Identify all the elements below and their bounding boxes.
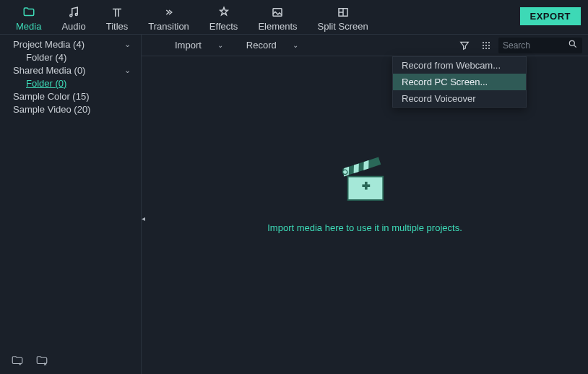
content-toolbar: Import ⌄ Record ⌄ (142, 35, 588, 56)
tab-titles[interactable]: Titles (96, 4, 139, 36)
tree-label: Shared Media (0) (13, 65, 85, 76)
svg-point-9 (488, 44, 490, 45)
effects-icon (217, 6, 230, 19)
svg-point-0 (70, 14, 72, 17)
tree-label: Project Media (4) (13, 39, 85, 50)
music-icon (67, 6, 80, 19)
tree-item-shared-media[interactable]: Shared Media (0) ⌄ (0, 64, 141, 77)
tab-label: Audio (61, 21, 85, 32)
search-icon (568, 39, 578, 51)
record-label: Record (246, 40, 277, 51)
image-icon (271, 6, 284, 19)
tree-item-sample-color[interactable]: Sample Color (15) (0, 90, 141, 103)
tab-transition[interactable]: Transition (138, 4, 199, 36)
tab-label: Split Screen (318, 21, 368, 32)
tab-label: Transition (148, 21, 189, 32)
tree-label: Sample Video (20) (13, 104, 90, 115)
sidebar: Project Media (4) ⌄ Folder (4) Shared Me… (0, 35, 142, 374)
content-panel: Import ⌄ Record ⌄ Record from Web (142, 35, 588, 374)
clapperboard-icon (339, 155, 391, 206)
svg-point-8 (485, 44, 487, 45)
main-area: Project Media (4) ⌄ Folder (4) Shared Me… (0, 35, 588, 374)
remove-folder-icon[interactable] (35, 354, 49, 367)
add-folder-icon[interactable] (10, 354, 25, 367)
svg-point-13 (569, 40, 574, 45)
svg-point-12 (488, 47, 490, 48)
record-button[interactable]: Record ⌄ (236, 37, 308, 53)
tree-item-folder-0[interactable]: Folder (0) (0, 77, 141, 90)
chevron-down-icon: ⌄ (217, 41, 223, 49)
search-box[interactable] (498, 38, 582, 53)
import-label: Import (175, 40, 202, 51)
export-button[interactable]: EXPORT (520, 7, 581, 25)
tree-label: Sample Color (15) (13, 91, 90, 102)
tab-effects[interactable]: Effects (199, 4, 248, 36)
tree-item-folder-4[interactable]: Folder (4) (0, 51, 141, 64)
svg-point-11 (485, 47, 487, 48)
empty-state-text: Import media here to use it in multiple … (267, 222, 462, 233)
sidebar-bottom-toolbar (0, 347, 141, 374)
record-dropdown-menu: Record from Webcam... Record PC Screen..… (392, 56, 527, 108)
top-tabs: Media Audio Titles Transition Effects El… (0, 0, 588, 35)
tab-label: Elements (258, 21, 297, 32)
menu-record-pc-screen[interactable]: Record PC Screen... (393, 74, 526, 90)
tab-audio[interactable]: Audio (51, 4, 95, 36)
svg-point-7 (483, 44, 484, 45)
media-tree: Project Media (4) ⌄ Folder (4) Shared Me… (0, 35, 141, 347)
tree-label: Folder (0) (26, 78, 66, 89)
grid-view-icon[interactable] (480, 39, 493, 52)
menu-record-webcam[interactable]: Record from Webcam... (393, 57, 526, 74)
menu-record-voiceover[interactable]: Record Voiceover (393, 90, 526, 107)
filter-icon[interactable] (458, 39, 471, 52)
transition-icon (163, 6, 176, 19)
import-button[interactable]: Import ⌄ (165, 37, 233, 53)
svg-rect-21 (365, 181, 368, 189)
svg-point-4 (483, 41, 484, 43)
text-icon (111, 6, 124, 19)
svg-rect-17 (354, 163, 359, 173)
svg-rect-18 (363, 160, 368, 170)
tab-split-screen[interactable]: Split Screen (308, 4, 379, 36)
svg-point-6 (488, 41, 490, 43)
split-icon (337, 6, 350, 19)
tab-elements[interactable]: Elements (248, 4, 307, 36)
svg-point-5 (485, 41, 487, 43)
tree-label: Folder (4) (26, 52, 66, 63)
tab-media[interactable]: Media (6, 4, 51, 38)
folder-icon (22, 6, 35, 19)
search-input[interactable] (503, 40, 565, 51)
chevron-down-icon: ⌄ (124, 66, 131, 75)
chevron-down-icon: ⌄ (293, 41, 298, 49)
svg-point-1 (75, 14, 77, 16)
tree-item-sample-video[interactable]: Sample Video (20) (0, 103, 141, 116)
chevron-down-icon: ⌄ (124, 40, 131, 49)
svg-point-10 (483, 47, 484, 48)
tab-label: Effects (209, 21, 238, 32)
tab-label: Titles (106, 21, 129, 32)
tab-label: Media (16, 21, 41, 32)
tree-item-project-media[interactable]: Project Media (4) ⌄ (0, 38, 141, 51)
